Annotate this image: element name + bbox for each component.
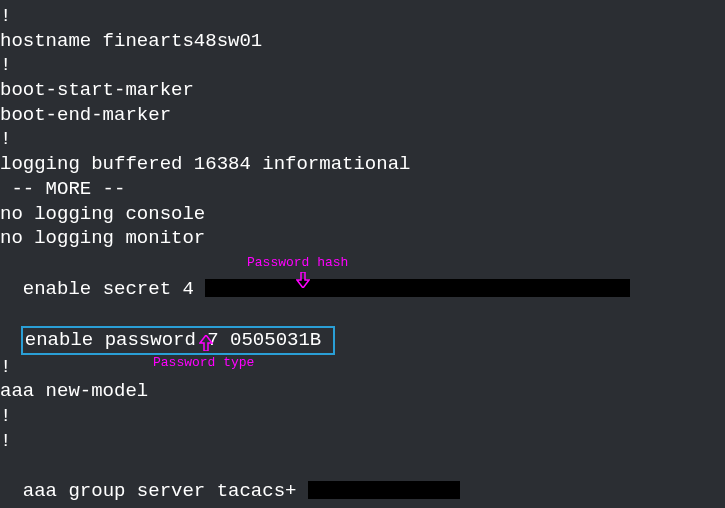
config-line: ! [0, 53, 725, 78]
config-line: ! [0, 127, 725, 152]
highlighted-password-box: enable password 7 0505031B [21, 326, 335, 355]
config-line: hostname finearts48sw01 [0, 29, 725, 54]
config-more-prompt: -- MORE -- [0, 177, 725, 202]
config-line: aaa new-model [0, 379, 725, 404]
annotation-password-hash: Password hash [247, 255, 348, 272]
config-enable-password-line: enable password 7 0505031B [0, 301, 725, 354]
config-server-line: server 132. [0, 504, 725, 508]
config-line: boot-start-marker [0, 78, 725, 103]
config-line: ! [0, 4, 725, 29]
redacted-password-hash [205, 279, 630, 297]
redacted-tacacs-name [308, 481, 460, 499]
arrow-down-icon [296, 272, 310, 288]
config-line: ! [0, 429, 725, 454]
annotation-password-type: Password type [153, 355, 254, 372]
config-tacacs-line: aaa group server tacacs+ [0, 453, 725, 503]
config-line: boot-end-marker [0, 103, 725, 128]
config-line: no logging console [0, 202, 725, 227]
config-enable-secret-line: enable secret 4 [0, 251, 725, 301]
config-line: no logging monitor [0, 226, 725, 251]
config-line: logging buffered 16384 informational [0, 152, 725, 177]
enable-secret-prefix: enable secret 4 [23, 278, 205, 300]
config-line: ! [0, 355, 725, 380]
arrow-up-icon [199, 335, 213, 351]
tacacs-prefix: aaa group server tacacs+ [23, 480, 308, 502]
config-line: ! [0, 404, 725, 429]
